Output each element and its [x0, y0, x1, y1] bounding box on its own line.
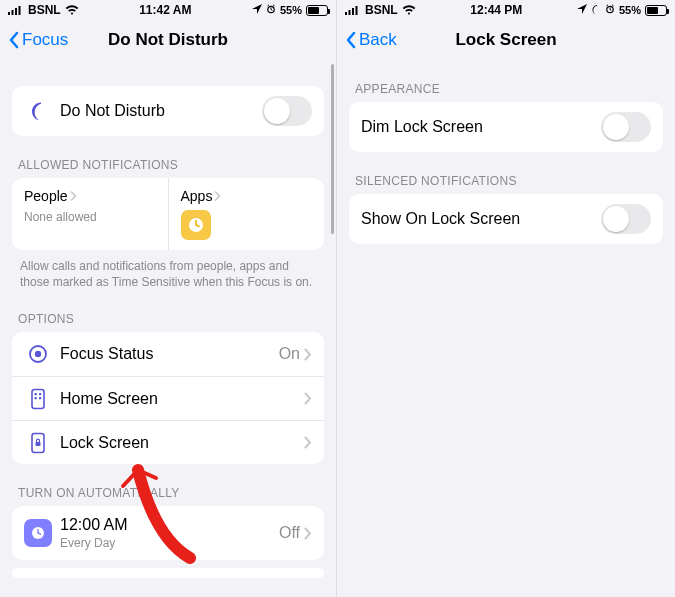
- focus-status-label: Focus Status: [60, 345, 279, 363]
- back-button[interactable]: Focus: [8, 30, 68, 50]
- allowed-people-title: People: [24, 188, 68, 204]
- battery-icon: [645, 5, 667, 16]
- svg-rect-1: [12, 10, 14, 15]
- svg-rect-14: [36, 442, 41, 446]
- alarm-icon: [605, 4, 615, 16]
- allowed-footer: Allow calls and notifications from peopl…: [12, 250, 324, 290]
- chevron-left-icon: [345, 31, 357, 49]
- silenced-group: Show On Lock Screen: [349, 194, 663, 244]
- svg-point-7: [35, 351, 41, 357]
- auto-state: Off: [279, 524, 300, 542]
- allowed-header: ALLOWED NOTIFICATIONS: [12, 136, 324, 178]
- show-on-lock-label: Show On Lock Screen: [361, 210, 601, 228]
- allowed-people-sub: None allowed: [24, 210, 156, 224]
- auto-header: TURN ON AUTOMATICALLY: [12, 464, 324, 506]
- wifi-icon: [65, 5, 79, 15]
- options-header: OPTIONS: [12, 290, 324, 332]
- show-on-lock-toggle[interactable]: [601, 204, 651, 234]
- location-icon: [252, 4, 262, 16]
- svg-rect-10: [39, 393, 41, 395]
- schedule-clock-icon: [24, 519, 52, 547]
- battery-percent: 55%: [619, 4, 641, 16]
- svg-rect-2: [15, 8, 17, 15]
- home-screen-icon: [24, 388, 52, 410]
- back-button[interactable]: Back: [345, 30, 397, 50]
- chevron-right-icon: [304, 348, 312, 361]
- moon-icon: [24, 100, 52, 122]
- svg-rect-9: [35, 393, 37, 395]
- auto-schedule-row[interactable]: 12:00 AM Every Day Off: [12, 506, 324, 560]
- status-bar: BSNL 11:42 AM 55%: [0, 0, 336, 20]
- partial-next-group: [12, 568, 324, 578]
- chevron-right-icon: [304, 436, 312, 449]
- focus-status-row[interactable]: Focus Status On: [12, 332, 324, 376]
- status-time: 12:44 PM: [470, 3, 522, 17]
- dim-lock-screen-label: Dim Lock Screen: [361, 118, 601, 136]
- options-group: Focus Status On Home Screen Lock Screen: [12, 332, 324, 464]
- status-bar: BSNL 12:44 PM 55%: [337, 0, 675, 20]
- lock-screen-row[interactable]: Lock Screen: [12, 420, 324, 464]
- auto-time: 12:00 AM: [60, 516, 279, 534]
- show-on-lock-row: Show On Lock Screen: [349, 194, 663, 244]
- wifi-icon: [402, 5, 416, 15]
- chevron-right-icon: [304, 527, 312, 540]
- auto-group: 12:00 AM Every Day Off: [12, 506, 324, 560]
- battery-icon: [306, 5, 328, 16]
- svg-rect-17: [349, 10, 351, 15]
- dnd-toggle[interactable]: [262, 96, 312, 126]
- chevron-left-icon: [8, 31, 20, 49]
- nav-header: Focus Do Not Disturb: [0, 20, 336, 60]
- svg-rect-19: [356, 6, 358, 15]
- allowed-group: People None allowed Apps: [12, 178, 324, 250]
- svg-rect-0: [8, 12, 10, 15]
- svg-rect-8: [32, 389, 44, 408]
- svg-rect-16: [345, 12, 347, 15]
- alarm-icon: [266, 4, 276, 16]
- dim-lock-screen-toggle[interactable]: [601, 112, 651, 142]
- appearance-group: Dim Lock Screen: [349, 102, 663, 152]
- chevron-right-icon: [70, 191, 77, 201]
- auto-repeat: Every Day: [60, 536, 279, 550]
- lock-screen-label: Lock Screen: [60, 434, 304, 452]
- nav-header: Back Lock Screen: [337, 20, 675, 60]
- phone-right: BSNL 12:44 PM 55%: [337, 0, 675, 597]
- location-icon: [577, 4, 587, 16]
- home-screen-label: Home Screen: [60, 390, 304, 408]
- carrier-label: BSNL: [28, 3, 61, 17]
- silenced-header: SILENCED NOTIFICATIONS: [349, 152, 663, 194]
- svg-rect-18: [352, 8, 354, 15]
- allowed-apps-title: Apps: [181, 188, 213, 204]
- allowed-people[interactable]: People None allowed: [12, 178, 168, 250]
- signal-icon: [345, 5, 361, 15]
- svg-rect-11: [35, 397, 37, 399]
- lock-screen-icon: [24, 432, 52, 454]
- focus-status-value: On: [279, 345, 300, 363]
- clock-app-icon: [181, 210, 211, 240]
- signal-icon: [8, 5, 24, 15]
- chevron-right-icon: [304, 392, 312, 405]
- svg-rect-3: [19, 6, 21, 15]
- battery-percent: 55%: [280, 4, 302, 16]
- dnd-moon-icon: [591, 4, 601, 16]
- dnd-toggle-row: Do Not Disturb: [12, 86, 324, 136]
- dim-lock-screen-row: Dim Lock Screen: [349, 102, 663, 152]
- dnd-label: Do Not Disturb: [60, 102, 262, 120]
- dnd-toggle-group: Do Not Disturb: [12, 86, 324, 136]
- home-screen-row[interactable]: Home Screen: [12, 376, 324, 420]
- appearance-header: APPEARANCE: [349, 60, 663, 102]
- allowed-apps[interactable]: Apps: [168, 178, 325, 250]
- back-label: Back: [359, 30, 397, 50]
- chevron-right-icon: [214, 191, 221, 201]
- focus-status-icon: [24, 343, 52, 365]
- back-label: Focus: [22, 30, 68, 50]
- phone-left: BSNL 11:42 AM 55% Focus: [0, 0, 337, 597]
- status-time: 11:42 AM: [139, 3, 191, 17]
- svg-rect-12: [39, 397, 41, 399]
- carrier-label: BSNL: [365, 3, 398, 17]
